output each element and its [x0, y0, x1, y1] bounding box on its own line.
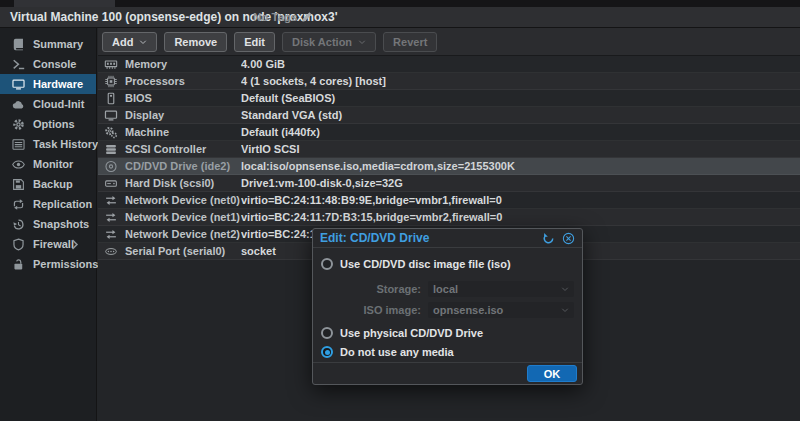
- edit-button[interactable]: Edit: [234, 32, 275, 52]
- sidebar-item-label: Summary: [33, 38, 83, 50]
- table-row-net1[interactable]: Network Device (net1) virtio=BC:24:11:7D…: [98, 209, 800, 226]
- cloud-icon: [12, 98, 25, 111]
- hardware-toolbar: Add Remove Edit Disk Action Revert: [98, 28, 800, 56]
- chevron-right-icon: [68, 238, 81, 251]
- row-label: BIOS: [125, 92, 241, 104]
- chevron-down-icon: [561, 285, 569, 293]
- sidebar-item-backup[interactable]: Backup: [0, 174, 96, 194]
- iso-fields: Storage: local ISO image: opnsense.iso: [321, 279, 574, 319]
- iso-image-field-label: ISO image:: [321, 304, 421, 316]
- row-value: virtio=BC:24:11:7D:B3:15,bridge=vmbr2,fi…: [241, 211, 800, 223]
- remove-button[interactable]: Remove: [164, 32, 227, 52]
- table-row-net0[interactable]: Network Device (net0) virtio=BC:24:11:48…: [98, 192, 800, 209]
- hdd-icon: [104, 177, 118, 190]
- row-label: Serial Port (serial0): [125, 245, 241, 257]
- row-value: virtio=BC:24:11:48:B9:9E,bridge=vmbr1,fi…: [241, 194, 800, 206]
- button-label: Add: [112, 36, 133, 48]
- sidebar-item-options[interactable]: Options: [0, 114, 96, 134]
- row-label: Memory: [125, 58, 241, 70]
- storage-select: local: [428, 281, 574, 297]
- book-icon: [12, 38, 25, 51]
- dialog-footer: OK: [313, 362, 582, 384]
- row-label: Network Device (net0): [125, 194, 241, 206]
- sidebar-item-permissions[interactable]: Permissions: [0, 254, 96, 274]
- table-row-bios[interactable]: BIOS Default (SeaBIOS): [98, 90, 800, 107]
- close-icon[interactable]: [562, 232, 575, 245]
- scsi-icon: [104, 143, 118, 156]
- sidebar-item-snapshots[interactable]: Snapshots: [0, 214, 96, 234]
- ok-button[interactable]: OK: [527, 365, 577, 382]
- sidebar-item-label: Hardware: [33, 78, 83, 90]
- pencil-icon[interactable]: [301, 11, 313, 23]
- sidebar-item-label: Replication: [33, 198, 92, 210]
- top-crop-strip: [0, 0, 800, 7]
- table-row-cddvd-drive[interactable]: CD/DVD Drive (ide2) local:iso/opnsense.i…: [98, 158, 800, 175]
- storage-select-value: local: [433, 283, 561, 295]
- dialog-header: Edit: CD/DVD Drive: [313, 229, 582, 248]
- chevron-down-icon: [358, 38, 366, 46]
- terminal-icon: [12, 58, 25, 71]
- table-row-memory[interactable]: Memory 4.00 GiB: [98, 56, 800, 73]
- undo-icon[interactable]: [542, 232, 555, 245]
- microchip-icon: [104, 92, 118, 105]
- row-label: Display: [125, 109, 241, 121]
- storage-field-row: Storage: local: [321, 279, 574, 298]
- sidebar-item-label: Snapshots: [33, 218, 89, 230]
- sidebar-item-label: Task History: [33, 138, 98, 150]
- sidebar-item-task-history[interactable]: Task History: [0, 134, 96, 154]
- list-icon: [12, 138, 25, 151]
- button-label: Disk Action: [292, 36, 352, 48]
- table-row-display[interactable]: Display Standard VGA (std): [98, 107, 800, 124]
- dialog-tools: [542, 232, 575, 245]
- sidebar-item-hardware[interactable]: Hardware: [0, 74, 96, 94]
- table-row-processors[interactable]: Processors 4 (1 sockets, 4 cores) [host]: [98, 73, 800, 90]
- chevron-down-icon: [561, 306, 569, 314]
- table-row-scsi-controller[interactable]: SCSI Controller VirtIO SCSI: [98, 141, 800, 158]
- display-icon: [12, 78, 25, 91]
- row-label: SCSI Controller: [125, 143, 241, 155]
- sidebar-item-label: Console: [33, 58, 76, 70]
- sidebar-item-cloud-init[interactable]: Cloud-Init: [0, 94, 96, 114]
- network-icon: [104, 194, 118, 207]
- radio-option-physical-drive[interactable]: Use physical CD/DVD Drive: [321, 327, 574, 339]
- proxmox-vm-screen: Virtual Machine 100 (opnsense-edge) on n…: [0, 0, 800, 421]
- radio-icon[interactable]: [321, 346, 333, 358]
- button-label: Remove: [174, 36, 217, 48]
- row-label: Network Device (net1): [125, 211, 241, 223]
- radio-icon[interactable]: [321, 327, 333, 339]
- memory-icon: [104, 58, 118, 71]
- tags-area: No Tags: [253, 11, 313, 23]
- sidebar-item-summary[interactable]: Summary: [0, 34, 96, 54]
- table-row-machine[interactable]: Machine Default (i440fx): [98, 124, 800, 141]
- sidebar-item-replication[interactable]: Replication: [0, 194, 96, 214]
- iso-image-select: opnsense.iso: [428, 302, 574, 318]
- add-button[interactable]: Add: [102, 32, 157, 52]
- cpu-icon: [104, 75, 118, 88]
- row-label: CD/DVD Drive (ide2): [125, 160, 241, 172]
- chevron-down-icon: [139, 38, 147, 46]
- table-row-hard-disk[interactable]: Hard Disk (scsi0) Drive1:vm-100-disk-0,s…: [98, 175, 800, 192]
- row-value: 4.00 GiB: [241, 58, 800, 70]
- radio-option-iso-file[interactable]: Use CD/DVD disc image file (iso): [321, 258, 574, 270]
- retweet-icon: [12, 198, 25, 211]
- radio-icon[interactable]: [321, 258, 333, 270]
- sidebar-item-monitor[interactable]: Monitor: [0, 154, 96, 174]
- storage-field-label: Storage:: [321, 283, 421, 295]
- button-label: Edit: [244, 36, 265, 48]
- sidebar-item-label: Options: [33, 118, 75, 130]
- row-label: Hard Disk (scsi0): [125, 177, 241, 189]
- row-label: Processors: [125, 75, 241, 87]
- row-value: Default (i440fx): [241, 126, 800, 138]
- eye-icon: [12, 158, 25, 171]
- radio-option-no-media[interactable]: Do not use any media: [321, 346, 574, 358]
- row-value: Standard VGA (std): [241, 109, 800, 121]
- sidebar-item-console[interactable]: Console: [0, 54, 96, 74]
- cdrom-icon: [104, 160, 118, 173]
- sidebar-item-firewall[interactable]: Firewall: [0, 234, 96, 254]
- dialog-body: Use CD/DVD disc image file (iso) Storage…: [313, 248, 582, 358]
- disk-action-button: Disk Action: [282, 32, 376, 52]
- unlock-icon: [12, 258, 25, 271]
- row-label: Network Device (net2): [125, 228, 241, 240]
- radio-label: Do not use any media: [340, 346, 454, 358]
- vm-sidebar: Summary Console Hardware Cloud-Init Opti…: [0, 28, 97, 421]
